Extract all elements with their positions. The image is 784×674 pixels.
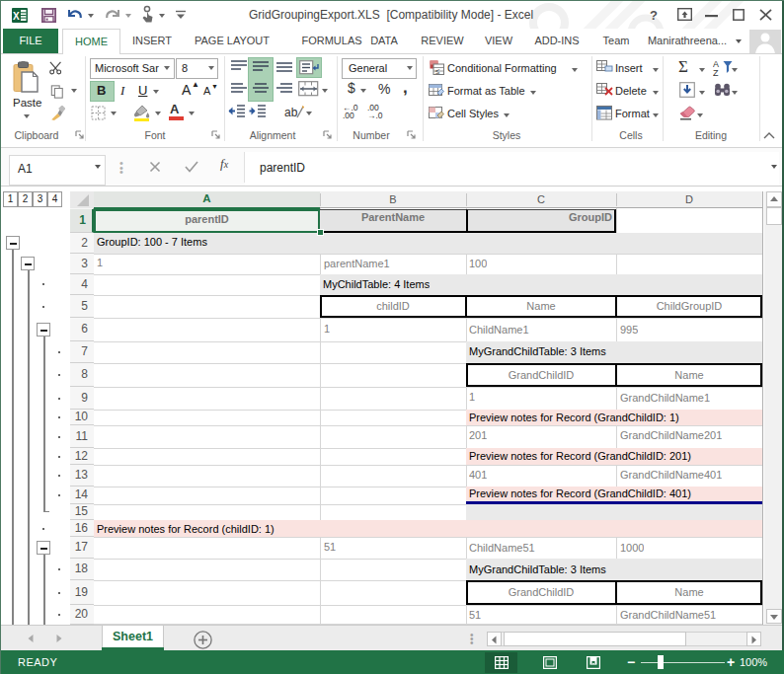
svg-text:ab: ab: [284, 106, 298, 119]
svg-text:?: ?: [650, 8, 658, 22]
svg-text:Z: Z: [713, 68, 719, 77]
svg-text:X: X: [13, 11, 20, 22]
svg-text:≤: ≤: [435, 67, 440, 76]
